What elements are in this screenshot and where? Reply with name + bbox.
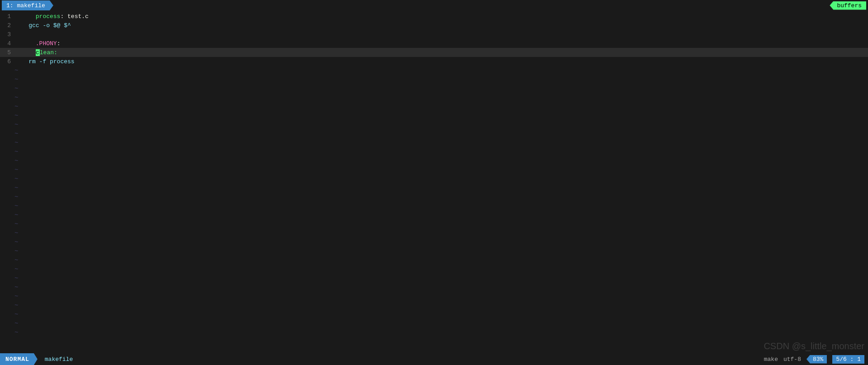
status-position: 5/6 : 1	[832, 355, 864, 364]
tilde-13: ~	[0, 174, 868, 183]
line-number-3: 3	[2, 31, 14, 38]
tilde-29: ~	[0, 319, 868, 328]
line-2: 2 gcc -o $@ $^	[0, 21, 868, 30]
tab-bar: 1: makefile buffers	[0, 0, 868, 11]
tilde-3: ~	[0, 84, 868, 93]
tilde-20: ~	[0, 238, 868, 247]
line-content-2: gcc -o $@ $^	[14, 22, 71, 29]
tilde-27: ~	[0, 301, 868, 310]
tilde-18: ~	[0, 220, 868, 229]
tilde-5: ~	[0, 102, 868, 111]
status-left: NORMAL makefile	[0, 353, 73, 365]
line-number-6: 6	[2, 58, 14, 65]
status-filetype: make	[764, 356, 778, 363]
status-bar: NORMAL makefile make utf-8 83% 5/6 : 1	[0, 353, 868, 365]
status-filename: makefile	[38, 356, 73, 363]
tilde-1: ~	[0, 66, 868, 75]
tilde-6: ~	[0, 111, 868, 120]
line-number-5: 5	[2, 49, 14, 56]
line-3: 3	[0, 30, 868, 39]
tilde-24: ~	[0, 274, 868, 283]
tilde-10: ~	[0, 147, 868, 156]
status-percent: 83%	[806, 355, 827, 364]
tilde-30: ~	[0, 328, 868, 337]
tilde-14: ~	[0, 183, 868, 192]
tilde-8: ~	[0, 129, 868, 138]
tilde-4: ~	[0, 93, 868, 102]
tilde-22: ~	[0, 256, 868, 265]
buffers-button[interactable]: buffers	[830, 1, 866, 10]
tilde-17: ~	[0, 211, 868, 220]
tilde-7: ~	[0, 120, 868, 129]
tilde-19: ~	[0, 229, 868, 238]
tilde-2: ~	[0, 75, 868, 84]
line-content-6: rm -f process	[14, 58, 75, 65]
tilde-16: ~	[0, 201, 868, 211]
editor-area: 1 process: test.c 2 gcc -o $@ $^ 3 4 .PH…	[0, 11, 868, 353]
tab-label: 1: makefile	[6, 2, 45, 9]
cursor: c	[36, 49, 40, 56]
status-encoding: utf-8	[783, 356, 801, 363]
line-6: 6 rm -f process	[0, 57, 868, 66]
line-number-1: 1	[2, 13, 14, 20]
tab-makefile[interactable]: 1: makefile	[2, 0, 53, 10]
status-right: make utf-8 83% 5/6 : 1	[764, 355, 868, 364]
tilde-15: ~	[0, 192, 868, 201]
line-1: 1 process: test.c	[0, 12, 868, 21]
tilde-11: ~	[0, 156, 868, 165]
tilde-26: ~	[0, 292, 868, 301]
line-5: 5 clean:	[0, 48, 868, 57]
tilde-28: ~	[0, 310, 868, 319]
tilde-12: ~	[0, 165, 868, 174]
mode-badge: NORMAL	[0, 353, 38, 365]
tilde-9: ~	[0, 138, 868, 147]
tilde-21: ~	[0, 247, 868, 256]
line-4: 4 .PHONY:	[0, 39, 868, 48]
tilde-23: ~	[0, 265, 868, 274]
tilde-25: ~	[0, 283, 868, 292]
line-number-4: 4	[2, 40, 14, 47]
line-number-2: 2	[2, 22, 14, 29]
